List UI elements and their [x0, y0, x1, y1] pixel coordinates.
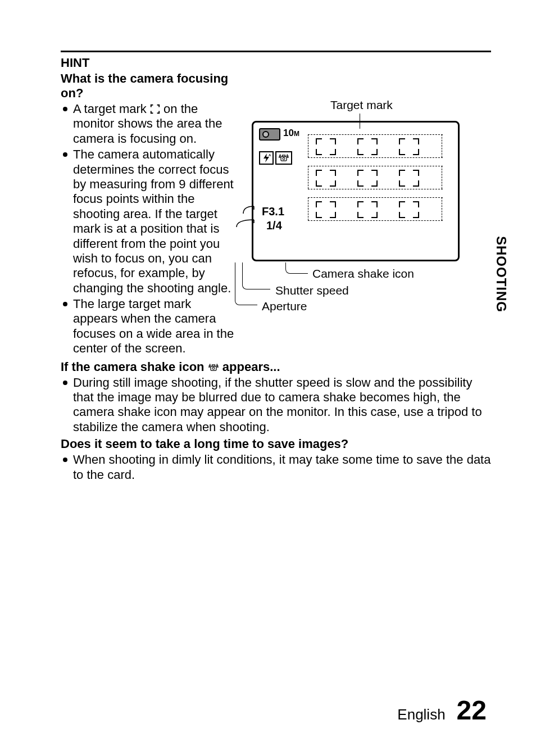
footer-language: English [397, 706, 445, 723]
svg-point-3 [283, 157, 285, 160]
shutter-leader [234, 219, 267, 236]
hint-label: HINT [61, 56, 491, 70]
svg-text:A: A [269, 153, 271, 157]
callout-shutter: Shutter speed [275, 284, 349, 297]
section-rule [61, 51, 491, 52]
svg-rect-2 [283, 155, 285, 157]
heading-shake: If the camera shake icon appears... [61, 360, 491, 374]
focus-point [399, 170, 419, 187]
focus-point [357, 170, 378, 187]
side-tab-label: SHOOTING [493, 236, 509, 313]
bullet-focusing-2: The camera automatically determines the … [61, 147, 235, 296]
diagram-title: Target mark [330, 98, 393, 112]
svg-rect-4 [211, 366, 216, 370]
camera-shake-icon [275, 151, 292, 165]
camera-mode-icon [259, 128, 280, 141]
callout-shake: Camera shake icon [312, 267, 414, 280]
focus-point [357, 138, 378, 155]
bullet-shake-1: During still image shooting, if the shut… [61, 375, 491, 435]
focus-point [316, 138, 336, 155]
focus-point [316, 201, 336, 218]
heading-save: Does it seem to take a long time to save… [61, 437, 491, 451]
text: A target mark [73, 102, 150, 116]
flash-icon: A [259, 151, 274, 165]
focus-point [399, 138, 419, 155]
focus-point [357, 201, 378, 218]
camera-screen: 10M A [252, 121, 460, 261]
callout-leader [285, 262, 308, 274]
callout-aperture: Aperture [262, 300, 307, 313]
target-mark-icon [150, 104, 160, 114]
focus-point [399, 201, 419, 218]
svg-rect-1 [281, 157, 287, 161]
camera-shake-icon [208, 363, 219, 372]
svg-rect-5 [212, 365, 215, 366]
svg-point-6 [212, 367, 215, 369]
bullet-save-1: When shooting in dimly lit conditions, i… [61, 452, 491, 482]
bullet-focusing-3: The large target mark appears when the c… [61, 297, 235, 356]
focus-point [316, 170, 336, 187]
resolution-label: 10M [283, 128, 299, 139]
footer-page-number: 22 [457, 695, 487, 726]
callout-leader [235, 262, 257, 305]
heading-focusing: What is the camera focusing on? [61, 71, 235, 101]
bullet-focusing-1: A target mark on the monitor shows the a… [61, 102, 235, 146]
